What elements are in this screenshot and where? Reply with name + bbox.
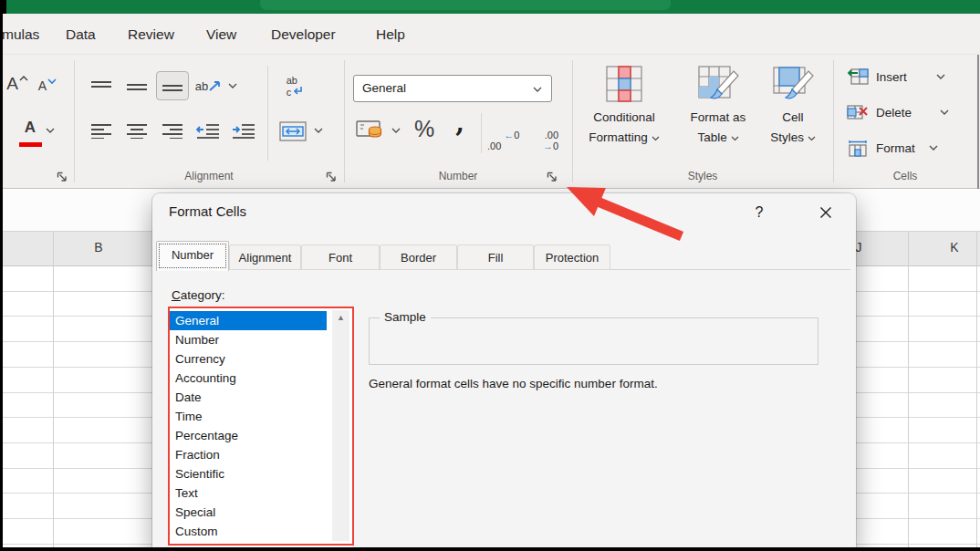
chevron-down-icon[interactable]	[940, 109, 949, 116]
decrease-indent-icon	[196, 122, 220, 139]
caret-up-icon	[19, 76, 28, 82]
merge-center-icon	[279, 121, 307, 141]
window-edge-corner	[0, 0, 6, 14]
decrease-decimal-button[interactable]: .00→0	[527, 119, 558, 162]
dialog-title: Format Cells	[169, 203, 246, 219]
group-separator	[267, 66, 268, 161]
tab-data[interactable]: Data	[66, 14, 96, 55]
category-option[interactable]: Currency	[170, 349, 327, 369]
align-bottom-button[interactable]	[156, 71, 189, 100]
ribbon: A A A ab	[0, 55, 980, 189]
align-right-icon	[162, 122, 183, 139]
number-format-value: General	[362, 81, 406, 95]
format-button[interactable]: Format	[847, 134, 915, 161]
cell-styles-icon	[772, 64, 814, 104]
align-top-button[interactable]	[86, 73, 117, 100]
close-button[interactable]	[808, 199, 844, 226]
category-option[interactable]: Accounting	[170, 369, 327, 388]
styles-group-label: Styles	[572, 170, 833, 184]
tab-help[interactable]: Help	[376, 14, 405, 55]
tab-review[interactable]: Review	[128, 14, 174, 55]
dialog-tab-number[interactable]: Number	[156, 241, 229, 271]
insert-button[interactable]: Insert	[847, 63, 907, 90]
ribbon-tab-bar: mulas Data Review View Developer Help	[0, 14, 980, 55]
comma-style-button[interactable]: ,	[447, 102, 473, 142]
chevron-down-icon[interactable]	[391, 128, 401, 134]
category-option[interactable]: Time	[170, 407, 327, 426]
align-left-button[interactable]	[86, 117, 117, 144]
chevron-down-icon[interactable]	[936, 74, 945, 80]
dialog-tab-fill[interactable]: Fill	[457, 244, 534, 270]
align-middle-button[interactable]	[121, 73, 152, 100]
orientation-button[interactable]: ab	[192, 71, 226, 100]
format-as-table-button[interactable]: Format as Table	[672, 64, 764, 148]
align-right-button[interactable]	[157, 117, 188, 144]
category-option[interactable]: Date	[170, 388, 327, 407]
align-bottom-icon	[162, 78, 183, 94]
number-format-select[interactable]: General	[353, 75, 552, 102]
percent-style-button[interactable]: %	[409, 111, 440, 146]
decrease-indent-button[interactable]	[193, 117, 224, 144]
conditional-formatting-button[interactable]: Conditional Formatting	[578, 64, 671, 148]
listbox-scrollbar[interactable]: ▲	[332, 310, 349, 541]
category-option[interactable]: Text	[170, 483, 327, 503]
category-option[interactable]: Percentage	[170, 426, 327, 445]
tab-formulas-partial[interactable]: mulas	[2, 14, 39, 55]
insert-label: Insert	[876, 70, 907, 84]
increase-decimal-button[interactable]: ←0.00	[487, 119, 518, 162]
grow-font-icon: A	[6, 74, 18, 94]
column-header-b[interactable]: B	[80, 240, 117, 255]
accounting-format-button[interactable]	[354, 115, 387, 144]
category-listbox[interactable]: General Number Currency Accounting Date …	[170, 308, 352, 541]
format-icon	[847, 139, 869, 157]
dialog-tab-font[interactable]: Font	[301, 244, 380, 270]
comma-icon: ,	[455, 108, 464, 138]
increase-indent-icon	[232, 122, 255, 139]
window-edge-left	[0, 0, 3, 551]
category-option[interactable]: Special	[170, 503, 327, 522]
cells-group-label: Cells	[833, 170, 977, 184]
increase-indent-button[interactable]	[228, 117, 259, 144]
grow-font-button[interactable]: A	[2, 69, 33, 99]
tab-view[interactable]: View	[206, 14, 236, 55]
wrap-text-button[interactable]: ab c	[276, 69, 313, 102]
category-option[interactable]: Fraction	[170, 445, 327, 464]
chevron-down-icon[interactable]	[314, 128, 323, 134]
merge-center-button[interactable]	[276, 119, 309, 144]
delete-button[interactable]: Delete	[847, 99, 912, 126]
format-label: Format	[876, 141, 915, 155]
window-edge-bottom	[0, 547, 980, 551]
alignment-dialog-launcher-icon[interactable]	[325, 171, 338, 183]
column-header-k[interactable]: K	[936, 240, 973, 255]
align-center-button[interactable]	[121, 117, 152, 144]
wrap-text-icon: ab c	[287, 75, 304, 98]
category-label: Category:	[172, 288, 225, 302]
group-separator	[344, 60, 345, 182]
chevron-down-icon[interactable]	[46, 128, 55, 134]
category-option[interactable]: Scientific	[170, 464, 327, 483]
category-option[interactable]: Custom	[170, 522, 327, 541]
chevron-down-icon[interactable]	[228, 83, 237, 89]
tab-developer[interactable]: Developer	[271, 14, 336, 55]
font-dialog-launcher-icon[interactable]	[56, 171, 68, 183]
search-box[interactable]	[260, 0, 671, 10]
chevron-down-icon	[533, 87, 542, 93]
chevron-down-icon	[808, 136, 816, 141]
chevron-down-icon[interactable]	[929, 145, 938, 151]
dialog-tab-alignment[interactable]: Alignment	[229, 244, 301, 270]
help-button[interactable]: ?	[741, 199, 777, 226]
align-center-icon	[126, 122, 148, 139]
chevron-down-icon	[652, 136, 660, 141]
scroll-up-icon[interactable]: ▲	[332, 313, 349, 322]
alignment-group-label: Alignment	[74, 170, 344, 184]
category-option[interactable]: General	[170, 311, 327, 330]
dialog-tab-border[interactable]: Border	[380, 244, 457, 270]
cell-styles-button[interactable]: Cell Styles	[755, 64, 831, 148]
number-dialog-launcher-icon[interactable]	[546, 171, 558, 183]
conditional-formatting-icon	[604, 64, 644, 104]
format-as-table-label: Format as Table	[672, 108, 764, 148]
excel-window: mulas Data Review View Developer Help A …	[0, 0, 980, 551]
shrink-font-button[interactable]: A	[33, 73, 62, 99]
category-option[interactable]: Number	[170, 330, 327, 349]
dialog-tab-protection[interactable]: Protection	[534, 244, 610, 270]
